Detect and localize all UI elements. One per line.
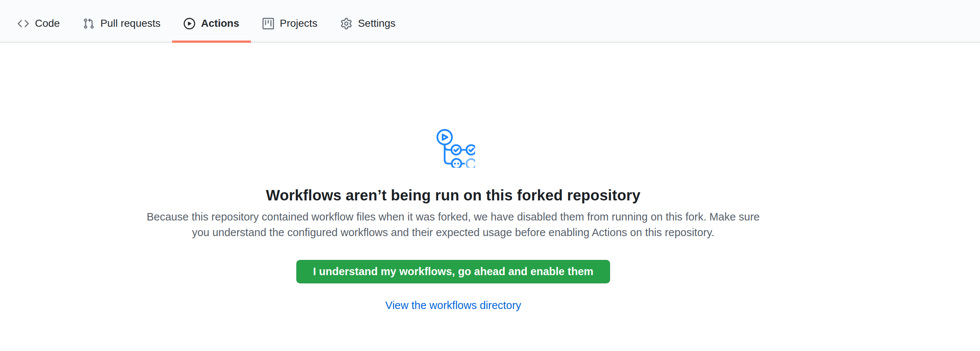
tab-label: Actions <box>201 18 239 29</box>
enable-workflows-button[interactable]: I understand my workflows, go ahead and … <box>296 260 610 283</box>
disabled-workflows-description: Because this repository contained workfl… <box>145 209 762 240</box>
tab-pull-requests[interactable]: Pull requests <box>72 0 172 42</box>
active-tab-underline <box>172 41 251 43</box>
page-title: Workflows aren’t being run on this forke… <box>266 187 641 204</box>
tab-label: Projects <box>280 18 318 29</box>
tab-actions[interactable]: Actions <box>172 0 251 42</box>
actions-blankslate: Workflows aren’t being run on this forke… <box>0 43 907 311</box>
tab-settings[interactable]: Settings <box>329 0 407 42</box>
code-icon <box>18 18 29 29</box>
tab-projects[interactable]: Projects <box>251 0 329 42</box>
play-icon <box>184 18 195 29</box>
tab-label: Settings <box>358 18 396 29</box>
tab-label: Pull requests <box>100 18 161 29</box>
project-icon <box>262 18 274 29</box>
actions-workflow-graph-icon <box>431 125 475 168</box>
repo-tab-bar: Code Pull requests Actions Projects Sett… <box>0 0 980 43</box>
gear-icon <box>340 18 352 29</box>
git-pull-request-icon <box>83 18 94 29</box>
tab-label: Code <box>35 18 60 29</box>
view-workflows-directory-link[interactable]: View the workflows directory <box>385 299 521 311</box>
tab-code[interactable]: Code <box>6 0 72 42</box>
